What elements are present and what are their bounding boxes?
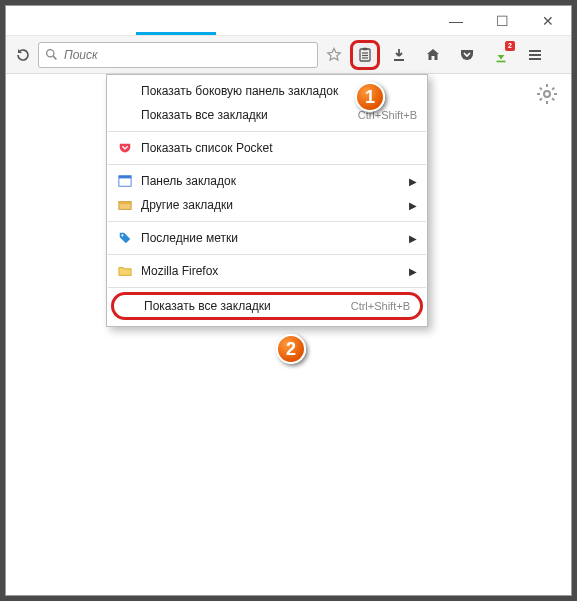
svg-rect-8 [497,60,506,62]
pocket-button[interactable] [452,40,482,70]
search-box[interactable] [38,42,318,68]
step-badge-2: 2 [276,334,306,364]
reload-button[interactable] [12,44,34,66]
menu-separator [108,254,426,255]
svg-rect-7 [394,59,404,61]
menu-item-label: Последние метки [141,231,401,245]
folder-icon [117,263,133,279]
submenu-arrow-icon: ▶ [409,200,417,211]
svg-rect-9 [529,50,541,52]
settings-gear-button[interactable] [537,84,557,107]
menu-separator [108,221,426,222]
svg-point-24 [121,234,123,236]
svg-rect-17 [551,98,555,102]
svg-rect-14 [537,93,540,95]
submenu-arrow-icon: ▶ [409,266,417,277]
menu-item-mozilla-firefox[interactable]: Mozilla Firefox ▶ [107,259,427,283]
menu-item-label: Показать все закладки [144,299,337,313]
submenu-arrow-icon: ▶ [409,233,417,244]
close-button[interactable]: ✕ [525,6,571,36]
hamburger-menu-button[interactable] [520,40,550,70]
active-tab-indicator [136,32,216,35]
svg-rect-23 [119,202,131,205]
menu-separator [108,287,426,288]
svg-rect-19 [539,98,543,102]
menu-item-other-bookmarks[interactable]: Другие закладки ▶ [107,193,427,217]
tag-icon [117,230,133,246]
reload-icon [15,47,31,63]
menu-item-label: Показать список Pocket [141,141,417,155]
menu-separator [108,131,426,132]
svg-rect-12 [546,84,548,87]
menu-item-pocket[interactable]: Показать список Pocket [107,136,427,160]
menu-item-bookmark-panel[interactable]: Панель закладок ▶ [107,169,427,193]
search-input[interactable] [64,48,311,62]
bookmarks-menu-button[interactable] [350,40,380,70]
menu-separator [108,164,426,165]
home-icon [425,47,441,63]
svg-rect-21 [119,176,131,179]
svg-rect-15 [554,93,557,95]
svg-rect-11 [529,58,541,60]
download-manager-button[interactable]: 2 [486,40,516,70]
submenu-arrow-icon: ▶ [409,176,417,187]
maximize-button[interactable]: ☐ [479,6,525,36]
menu-item-label: Панель закладок [141,174,401,188]
hamburger-icon [527,47,543,63]
svg-rect-10 [529,54,541,56]
home-button[interactable] [418,40,448,70]
bookmark-star-button[interactable] [322,47,346,63]
toolbar: 2 [6,36,571,74]
download-arrow-icon [391,47,407,63]
pocket-icon [459,47,475,63]
menu-item-shortcut: Ctrl+Shift+B [351,300,410,312]
clipboard-list-icon [357,47,373,63]
folder-box-icon [117,197,133,213]
svg-rect-13 [546,101,548,104]
step-badge-1: 1 [355,82,385,112]
download-badge: 2 [505,41,515,51]
downloads-button[interactable] [384,40,414,70]
window-controls: — ☐ ✕ [433,6,571,35]
minimize-button[interactable]: — [433,6,479,36]
pocket-icon [117,140,133,156]
menu-item-label: Другие закладки [141,198,401,212]
menu-item-label: Mozilla Firefox [141,264,401,278]
star-icon [326,47,342,63]
gear-icon [537,84,557,104]
browser-window: — ☐ ✕ 2 [5,5,572,596]
panel-icon [117,173,133,189]
bookmarks-dropdown-menu: Показать боковую панель закладок Показат… [106,74,428,327]
titlebar: — ☐ ✕ [6,6,571,36]
tab-strip [6,6,433,35]
menu-item-recent-tags[interactable]: Последние метки ▶ [107,226,427,250]
menu-item-show-all-bottom[interactable]: Показать все закладки Ctrl+Shift+B [111,292,423,320]
svg-rect-16 [539,87,543,91]
svg-rect-3 [363,47,368,49]
svg-line-1 [53,56,56,59]
search-icon [45,48,58,61]
svg-rect-18 [551,87,555,91]
menu-item-label: Показать все закладки [141,108,344,122]
svg-point-0 [47,50,54,57]
